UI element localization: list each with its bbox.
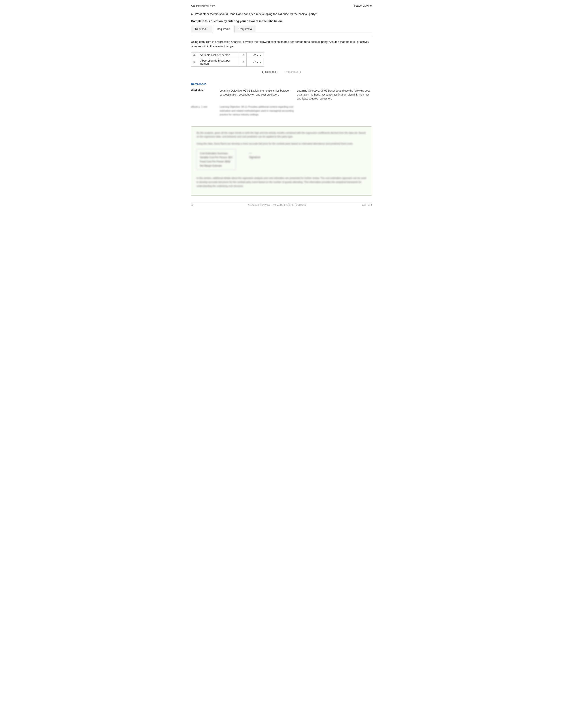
ref-blurred-label: eBook p. 1 eee	[191, 105, 217, 117]
tabs-container: Required 2 Required 3 Required 4	[191, 26, 372, 32]
tab-required-3[interactable]: Required 3	[213, 26, 234, 32]
header-right: 8/15/20, 2:00 PM	[354, 4, 372, 7]
row-desc-a: Variable cost per person	[198, 53, 240, 58]
chevron-right-icon: ❯	[299, 70, 302, 73]
chevron-left-icon: ❮	[261, 70, 264, 73]
divider	[191, 36, 372, 36]
tab-description: Using data from the regression analysis,…	[191, 40, 372, 49]
question-text: 4. What other factors should Dana Rand c…	[191, 12, 372, 16]
blurred-signature: —Signature	[249, 151, 260, 170]
row-dollar-b: $	[240, 58, 246, 67]
value-b: 27	[253, 61, 256, 64]
navigation-row: ❮ Required 2 Required 3 ❯	[191, 70, 372, 73]
ref-blurred-col1: Learning Objective: 06-11 Provides addit…	[220, 105, 295, 117]
nav-prev-label: Required 2	[265, 70, 278, 73]
ref-blurred-col2	[297, 105, 372, 120]
nav-prev[interactable]: ❮ Required 2	[261, 70, 278, 73]
row-value-b: 27 ▼ ✓	[246, 58, 264, 67]
question-number: 4.	[191, 12, 193, 16]
value-a: 22	[253, 54, 256, 57]
check-icon-a: ✓	[260, 54, 262, 56]
ref-col2-worksheet: Learning Objective: 06-05 Describe and u…	[297, 89, 372, 101]
ref-col1-worksheet: Learning Objective: 06-01 Explain the re…	[220, 89, 295, 101]
instruction-text: Complete this question by entering your …	[191, 19, 372, 23]
table-row: b. Absorption (full) cost per person $ 2…	[191, 58, 264, 67]
blurred-inner-area: Cost Estimation Summary Variable Cost Pe…	[196, 149, 367, 173]
row-value-a: 22 ▼ ✓	[246, 53, 264, 58]
header-left: Assignment Print View	[191, 4, 215, 7]
references-section: References Worksheet Learning Objective:…	[191, 80, 372, 120]
blurred-para-2: Using this data, Dana Rand can develop a…	[196, 142, 367, 146]
arrow-icon-a: ▼	[256, 54, 259, 56]
footer-bar: 22 Assignment Print View | Last Modified…	[191, 202, 372, 206]
footer-right: Page 1 of 1	[361, 204, 372, 206]
ref-blurred-row: eBook p. 1 eee Learning Objective: 06-11…	[191, 105, 372, 120]
check-icon-b: ✓	[260, 61, 262, 64]
blurred-para-1: By this analysis, given all the major tr…	[196, 131, 367, 139]
header-bar: Assignment Print View 8/15/20, 2:00 PM	[191, 4, 372, 8]
row-label-b: b.	[191, 58, 198, 67]
table-row: a. Variable cost per person $ 22 ▼ ✓	[191, 53, 264, 58]
arrow-icon-b: ▼	[256, 61, 259, 64]
references-title: References	[191, 82, 372, 86]
cost-table: a. Variable cost per person $ 22 ▼ ✓ b. …	[191, 52, 264, 67]
tab-required-4[interactable]: Required 4	[234, 26, 256, 32]
footer-center: Assignment Print View | Last Modified: 1…	[248, 204, 307, 206]
blurred-data-box: Cost Estimation Summary Variable Cost Pe…	[196, 149, 236, 170]
row-dollar-a: $	[240, 53, 246, 58]
blurred-content-box: By this analysis, given all the major tr…	[191, 126, 372, 196]
blurred-para-3: In this section, additional details abou…	[196, 176, 367, 188]
nav-next[interactable]: Required 3 ❯	[285, 70, 302, 73]
footer-left: 22	[191, 204, 193, 206]
question-body: What other factors should Dana Rand cons…	[195, 12, 317, 16]
nav-next-label: Required 3	[285, 70, 298, 73]
row-label-a: a.	[191, 53, 198, 58]
tab-required-2[interactable]: Required 2	[191, 26, 212, 32]
row-desc-b: Absorption (full) cost per person	[198, 58, 240, 67]
ref-label-worksheet: Worksheet	[191, 89, 217, 101]
references-grid: Worksheet Learning Objective: 06-01 Expl…	[191, 89, 372, 101]
